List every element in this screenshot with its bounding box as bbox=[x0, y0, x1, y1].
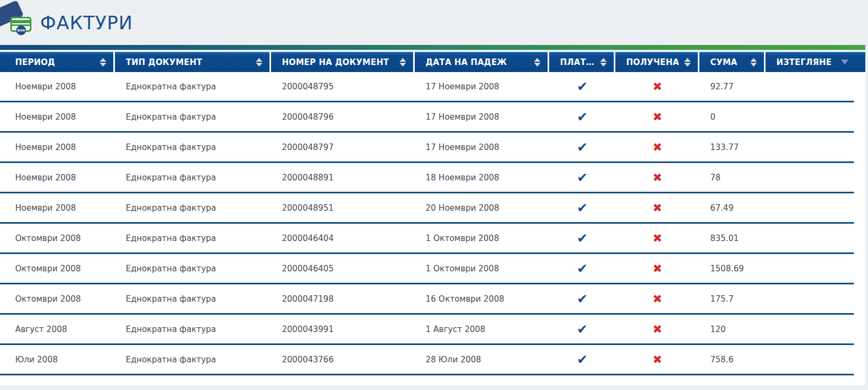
cell-document-number: 2000046405 bbox=[271, 254, 415, 284]
invoice-row[interactable]: Ноември 2008 Еднократна фактура 20000487… bbox=[0, 133, 865, 163]
column-header-1[interactable]: ТИП ДОКУМЕНТ bbox=[115, 52, 271, 72]
column-header-4[interactable]: ПЛАТЕНА bbox=[549, 52, 615, 72]
sort-down-arrow bbox=[400, 63, 406, 67]
sort-down-arrow bbox=[750, 63, 757, 67]
check-icon: ✔ bbox=[577, 79, 588, 94]
cell-received: ✖ bbox=[615, 345, 699, 375]
cell-due-date: 17 Ноември 2008 bbox=[415, 72, 549, 102]
cell-download[interactable] bbox=[766, 284, 865, 315]
column-header-label: СУМА bbox=[710, 57, 737, 67]
invoice-card-icon: BGN bbox=[0, 4, 34, 42]
cell-download[interactable] bbox=[766, 72, 865, 102]
sort-icon[interactable] bbox=[746, 58, 757, 67]
sort-down-arrow bbox=[100, 63, 106, 67]
column-header-5[interactable]: ПОЛУЧЕНА bbox=[615, 52, 699, 72]
cell-received: ✖ bbox=[615, 72, 699, 102]
cell-received: ✖ bbox=[615, 193, 699, 224]
cell-download[interactable] bbox=[766, 254, 865, 284]
cell-download[interactable] bbox=[766, 163, 865, 193]
cell-period: Ноември 2008 bbox=[0, 193, 115, 224]
cell-received: ✖ bbox=[615, 315, 699, 345]
invoice-row[interactable]: Октомври 2008 Еднократна фактура 2000047… bbox=[0, 284, 865, 315]
cell-amount: 758.6 bbox=[699, 345, 766, 375]
sort-up-arrow bbox=[684, 58, 691, 62]
cell-period: Октомври 2008 bbox=[0, 224, 115, 254]
column-header-label: ТИП ДОКУМЕНТ bbox=[126, 57, 202, 67]
cell-due-date: 1 Октомври 2008 bbox=[415, 254, 549, 284]
cell-due-date: 16 Октомври 2008 bbox=[415, 284, 549, 315]
column-header-7[interactable]: ИЗТЕГЛЯНЕ bbox=[766, 52, 865, 72]
invoice-row[interactable]: Август 2008 Еднократна фактура 200004399… bbox=[0, 315, 865, 345]
cell-paid: ✔ bbox=[549, 224, 615, 254]
cell-due-date: 28 Юли 2008 bbox=[415, 345, 549, 375]
cell-due-date: 17 Ноември 2008 bbox=[415, 102, 549, 133]
cell-received: ✖ bbox=[615, 102, 699, 133]
cell-document-type: Еднократна фактура bbox=[115, 345, 271, 375]
invoice-row[interactable]: Ноември 2008 Еднократна фактура 20000489… bbox=[0, 193, 865, 224]
check-icon: ✔ bbox=[577, 231, 588, 246]
check-icon: ✔ bbox=[577, 109, 588, 125]
cell-download[interactable] bbox=[766, 224, 865, 254]
cell-amount: 78 bbox=[699, 163, 766, 193]
cell-amount: 120 bbox=[699, 315, 766, 345]
invoice-row[interactable]: Октомври 2008 Еднократна фактура 2000046… bbox=[0, 224, 865, 254]
cell-download[interactable] bbox=[766, 102, 865, 133]
cell-paid: ✔ bbox=[549, 133, 615, 163]
column-header-label: ПЛАТЕНА bbox=[560, 57, 596, 67]
cross-icon: ✖ bbox=[653, 232, 663, 245]
column-header-label: НОМЕР НА ДОКУМЕНТ bbox=[282, 57, 389, 67]
table-footer-space bbox=[0, 375, 865, 385]
cell-document-type: Еднократна фактура bbox=[115, 72, 271, 102]
sort-up-arrow bbox=[100, 58, 106, 62]
cross-icon: ✖ bbox=[653, 323, 663, 336]
cell-download[interactable] bbox=[766, 133, 865, 163]
cell-received: ✖ bbox=[615, 224, 699, 254]
cell-received: ✖ bbox=[615, 254, 699, 284]
cell-paid: ✔ bbox=[549, 193, 615, 224]
cell-paid: ✔ bbox=[549, 254, 615, 284]
column-header-3[interactable]: ДАТА НА ПАДЕЖ bbox=[415, 52, 549, 72]
cell-due-date: 17 Ноември 2008 bbox=[415, 133, 549, 163]
invoice-row[interactable]: Юли 2008 Еднократна фактура 2000043766 2… bbox=[0, 345, 865, 375]
cell-document-type: Еднократна фактура bbox=[115, 284, 271, 315]
cross-icon: ✖ bbox=[653, 80, 663, 93]
sort-icon[interactable] bbox=[95, 58, 106, 67]
sort-icon[interactable] bbox=[680, 58, 691, 67]
check-icon: ✔ bbox=[577, 352, 588, 367]
invoice-row[interactable]: Ноември 2008 Еднократна фактура 20000487… bbox=[0, 102, 865, 133]
dropdown-filter-icon[interactable] bbox=[837, 60, 848, 64]
sort-icon[interactable] bbox=[530, 58, 541, 67]
check-icon: ✔ bbox=[577, 261, 588, 276]
invoice-row[interactable]: Октомври 2008 Еднократна фактура 2000046… bbox=[0, 254, 865, 284]
column-header-6[interactable]: СУМА bbox=[699, 52, 766, 72]
invoice-row[interactable]: Ноември 2008 Еднократна фактура 20000487… bbox=[0, 72, 865, 102]
sort-down-arrow bbox=[841, 60, 848, 64]
check-icon: ✔ bbox=[577, 170, 588, 185]
check-icon: ✔ bbox=[577, 200, 588, 216]
cell-document-type: Еднократна фактура bbox=[115, 224, 271, 254]
cell-document-number: 2000047198 bbox=[271, 284, 415, 315]
column-header-label: ИЗТЕГЛЯНЕ bbox=[776, 57, 832, 67]
cell-document-number: 2000048796 bbox=[271, 102, 415, 133]
cell-download[interactable] bbox=[766, 345, 865, 375]
sort-down-arrow bbox=[600, 63, 607, 67]
sort-up-arrow bbox=[534, 58, 541, 62]
sort-icon[interactable] bbox=[252, 58, 262, 67]
cell-download[interactable] bbox=[766, 193, 865, 224]
column-header-label: ДАТА НА ПАДЕЖ bbox=[426, 57, 507, 67]
page-header: BGN ФАКТУРИ bbox=[0, 0, 868, 45]
column-header-2[interactable]: НОМЕР НА ДОКУМЕНТ bbox=[271, 52, 415, 72]
cell-paid: ✔ bbox=[549, 284, 615, 315]
column-header-0[interactable]: ПЕРИОД bbox=[0, 52, 115, 72]
cell-due-date: 1 Октомври 2008 bbox=[415, 224, 549, 254]
sort-icon[interactable] bbox=[596, 58, 607, 67]
cell-period: Октомври 2008 bbox=[0, 254, 115, 284]
invoice-row[interactable]: Ноември 2008 Еднократна фактура 20000488… bbox=[0, 163, 865, 193]
sort-down-arrow bbox=[534, 63, 541, 67]
cell-received: ✖ bbox=[615, 284, 699, 315]
sort-icon[interactable] bbox=[395, 58, 406, 67]
cell-period: Юли 2008 bbox=[0, 345, 115, 375]
cell-download[interactable] bbox=[766, 315, 865, 345]
column-header-label: ПОЛУЧЕНА bbox=[626, 57, 679, 67]
cell-period: Ноември 2008 bbox=[0, 133, 115, 163]
